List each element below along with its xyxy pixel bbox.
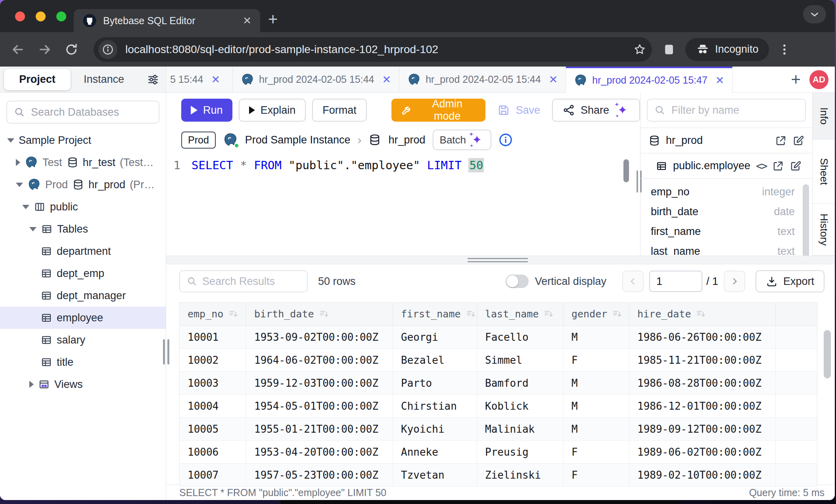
- tree-item-public[interactable]: public: [0, 196, 166, 218]
- results-scrollbar[interactable]: [824, 330, 831, 378]
- editor-tab-1[interactable]: 5 15:44✕: [166, 67, 233, 92]
- edit-icon[interactable]: [790, 160, 801, 172]
- close-tab-icon[interactable]: ✕: [549, 73, 558, 86]
- sort-icon[interactable]: [319, 309, 330, 319]
- column-header-first_name[interactable]: first_name: [393, 303, 477, 325]
- sort-icon[interactable]: [696, 309, 706, 319]
- column-header-last_name[interactable]: last_name: [477, 303, 564, 325]
- close-window-button[interactable]: [15, 11, 25, 21]
- tree-item-views[interactable]: Views: [0, 373, 166, 395]
- tree-item-tables[interactable]: Tables: [0, 218, 166, 240]
- url-bar[interactable]: localhost:8080/sql-editor/prod-sample-in…: [94, 37, 652, 62]
- next-page-button[interactable]: [724, 271, 745, 292]
- export-button[interactable]: Export: [755, 270, 824, 292]
- tree-item-dept-emp[interactable]: dept_emp: [0, 262, 166, 284]
- close-tab-icon[interactable]: ✕: [211, 73, 220, 86]
- run-button[interactable]: Run: [181, 99, 232, 122]
- connection-info-icon[interactable]: [499, 133, 513, 147]
- caret-down-icon[interactable]: [29, 227, 36, 231]
- tree-item-sample-project[interactable]: Sample Project: [0, 129, 166, 151]
- schema-database-row[interactable]: hr_prod: [640, 128, 812, 153]
- reload-button[interactable]: [64, 42, 79, 57]
- sql-editor[interactable]: 1 SELECT * FROM "public"."employee" LIMI…: [166, 152, 640, 256]
- column-header-emp_no[interactable]: emp_no: [180, 303, 246, 325]
- table-row[interactable]: 100061953-04-20T00:00:00ZAnnekePreusigF1…: [180, 441, 817, 464]
- close-tab-icon[interactable]: ✕: [382, 73, 391, 86]
- prev-page-button[interactable]: [622, 271, 644, 292]
- save-button[interactable]: Save: [492, 99, 546, 122]
- minimize-window-button[interactable]: [36, 11, 46, 21]
- back-button[interactable]: [10, 42, 25, 57]
- column-row-last_name[interactable]: last_nametext: [640, 241, 812, 256]
- close-tab-icon[interactable]: ✕: [715, 74, 725, 87]
- table-row[interactable]: 100051955-01-21T00:00:00ZKyoichiMaliniak…: [180, 418, 817, 441]
- external-link-icon[interactable]: [775, 135, 787, 147]
- table-row[interactable]: 100021964-06-02T00:00:00ZBezalelSimmelF1…: [180, 349, 817, 372]
- column-row-birth_date[interactable]: birth_datedate: [640, 202, 812, 221]
- site-info-icon[interactable]: [98, 40, 117, 59]
- database-name[interactable]: hr_prod: [388, 134, 425, 146]
- zoom-window-button[interactable]: [56, 11, 66, 21]
- tree-item-hr-prod[interactable]: Prodhr_prod(Pr…: [0, 174, 166, 196]
- tab-instance[interactable]: Instance: [71, 69, 137, 90]
- sidebar-resize-handle[interactable]: [163, 339, 169, 365]
- sort-icon[interactable]: [543, 309, 554, 319]
- table-row[interactable]: 100041954-05-01T00:00:00ZChirstianKoblic…: [180, 395, 817, 418]
- table-row[interactable]: 100011953-09-02T00:00:00ZGeorgiFacelloM1…: [180, 326, 817, 349]
- sort-icon[interactable]: [612, 309, 623, 319]
- editor-tab-4[interactable]: hr_prod 2024-02-05 15:47✕: [566, 67, 732, 92]
- filter-by-name-input[interactable]: Filter by name: [647, 99, 806, 122]
- browser-menu-button[interactable]: [778, 43, 791, 56]
- close-tab-icon[interactable]: ✕: [243, 15, 251, 27]
- code-icon[interactable]: <>: [756, 160, 767, 172]
- tree-item-title[interactable]: title: [0, 351, 166, 373]
- column-header-birth_date[interactable]: birth_date: [246, 303, 393, 325]
- admin-mode-button[interactable]: Admin mode: [391, 99, 486, 122]
- forward-button[interactable]: [37, 42, 52, 57]
- sort-icon[interactable]: [466, 309, 476, 319]
- divider-drag-handle[interactable]: [468, 258, 528, 264]
- tab-project[interactable]: Project: [4, 69, 71, 90]
- schema-table-row[interactable]: public.employee <>: [640, 153, 812, 178]
- table-row[interactable]: 100071957-05-23T00:00:00ZTzvetanZielinsk…: [180, 464, 817, 487]
- column-row-emp_no[interactable]: emp_nointeger: [640, 182, 812, 202]
- tree-item-dept-manager[interactable]: dept_manager: [0, 284, 166, 307]
- user-avatar[interactable]: AD: [809, 70, 828, 89]
- vertical-display-toggle[interactable]: [506, 275, 529, 288]
- database-search-input[interactable]: Search Databases: [6, 101, 159, 124]
- format-button[interactable]: Format: [312, 99, 367, 122]
- caret-down-icon[interactable]: [16, 183, 23, 187]
- edit-icon[interactable]: [792, 135, 804, 147]
- tab-search-button[interactable]: [803, 5, 826, 23]
- caret-down-icon[interactable]: [22, 205, 29, 209]
- instance-name[interactable]: Prod Sample Instance: [245, 134, 351, 146]
- column-list-scrollbar[interactable]: [803, 184, 809, 256]
- editor-tab-2[interactable]: hr_prod 2024-02-05 15:44✕: [233, 67, 399, 92]
- explain-button[interactable]: Explain: [239, 99, 306, 122]
- external-link-icon[interactable]: [772, 160, 784, 172]
- side-tab-history[interactable]: History: [813, 204, 835, 256]
- bookmark-star-icon[interactable]: [633, 43, 646, 56]
- caret-right-icon[interactable]: [29, 381, 34, 388]
- new-sheet-button[interactable]: +: [782, 70, 809, 89]
- side-tab-sheet[interactable]: Sheet: [813, 139, 835, 204]
- tree-item-hr-test[interactable]: Testhr_test(Test…: [0, 151, 166, 174]
- table-row[interactable]: 100031959-12-03T00:00:00ZPartoBamfordM19…: [180, 372, 817, 395]
- tree-item-employee[interactable]: employee: [0, 307, 166, 329]
- sidebar-settings-button[interactable]: [146, 73, 160, 87]
- tree-item-department[interactable]: department: [0, 240, 166, 262]
- tree-item-salary[interactable]: salary: [0, 329, 166, 351]
- column-header-hire_date[interactable]: hire_date: [629, 303, 776, 325]
- editor-scrollbar[interactable]: [623, 159, 629, 182]
- side-tab-info[interactable]: Info: [813, 93, 835, 139]
- column-header-gender[interactable]: gender: [564, 303, 629, 325]
- batch-button[interactable]: Batch ✦✦✦: [433, 130, 492, 150]
- share-button[interactable]: Share ✦✦✦: [552, 99, 640, 122]
- browser-tab[interactable]: Bytebase SQL Editor ✕: [74, 9, 260, 32]
- results-search-input[interactable]: Search Results: [179, 270, 308, 292]
- side-panel-icon[interactable]: [662, 43, 676, 56]
- new-tab-button[interactable]: +: [268, 10, 278, 29]
- caret-down-icon[interactable]: [7, 138, 14, 143]
- editor-tab-3[interactable]: hr_prod 2024-02-05 15:44✕: [399, 67, 566, 92]
- page-number-input[interactable]: [649, 271, 702, 292]
